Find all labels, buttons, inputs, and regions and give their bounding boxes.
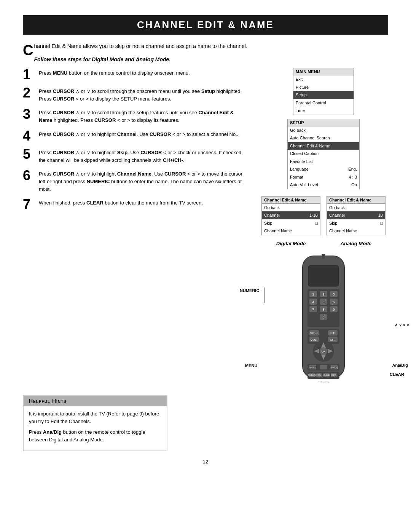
svg-text:VOL-: VOL- xyxy=(311,338,318,342)
follow-steps-heading: Follow these steps for Digital Mode and … xyxy=(23,56,388,62)
bottom-section: Helpful Hints It is important to auto in… xyxy=(23,387,388,452)
intro-paragraph: Channel Edit & Name allows you to skip o… xyxy=(23,42,388,50)
analog-go-back: Go back xyxy=(327,204,385,212)
digital-go-back: Go back xyxy=(262,204,320,212)
digital-mode-header: Channel Edit & Name xyxy=(262,197,320,204)
step-text-3: Press CURSOR ∧ or ∨ to scroll through th… xyxy=(39,107,247,124)
mode-labels: Digital Mode Analog Mode xyxy=(261,241,386,246)
analog-channel: Channel10 xyxy=(327,211,385,219)
digital-channel: Channel1-10 xyxy=(262,211,320,219)
step-text-6: Press CURSOR ∧ or ∨ to highlight Channel… xyxy=(39,169,247,193)
svg-text:4: 4 xyxy=(312,300,314,304)
step-text-7: When finished, press CLEAR button to cle… xyxy=(39,198,203,207)
main-menu-box: MAIN MENU Exit Picture Setup Parental Co… xyxy=(293,68,354,115)
step-text-1: Press MENU button on the remote control … xyxy=(39,68,190,77)
svg-rect-43 xyxy=(320,365,327,369)
digital-mode-box: Channel Edit & Name Go back Channel1-10 … xyxy=(261,196,320,235)
helpful-hints-title: Helpful Hints xyxy=(24,396,167,406)
step-text-2: Press CURSOR ∧ or ∨ to scroll through th… xyxy=(39,86,247,103)
step-number-3: 3 xyxy=(23,107,33,121)
digital-channel-name: Channel Name xyxy=(262,227,320,235)
svg-text:0: 0 xyxy=(322,315,324,319)
step-5: 5 Press CURSOR ∧ or ∨ to highlight Skip.… xyxy=(23,147,247,164)
setup-menu-header: SETUP xyxy=(288,119,359,126)
svg-text:CLEAR: CLEAR xyxy=(323,374,330,376)
svg-text:Ana/Dig: Ana/Dig xyxy=(330,366,338,369)
step-number-6: 6 xyxy=(23,169,33,182)
main-menu-time: Time xyxy=(293,107,354,115)
step-number-7: 7 xyxy=(23,198,33,211)
svg-text:CH+: CH+ xyxy=(330,331,336,335)
analog-mode-header: Channel Edit & Name xyxy=(327,197,385,204)
clear-label: CLEAR xyxy=(390,372,404,377)
step-3: 3 Press CURSOR ∧ or ∨ to scroll through … xyxy=(23,107,247,124)
svg-text:CH-: CH- xyxy=(330,338,336,342)
menu-label: MENU xyxy=(245,363,257,368)
setup-auto-channel-search: Auto Channel Search xyxy=(288,134,359,142)
setup-favorite-list: Favorite List xyxy=(288,158,359,166)
svg-text:MENU: MENU xyxy=(309,366,316,369)
svg-text:8: 8 xyxy=(322,308,324,312)
setup-auto-vol: Auto Vol. LevelOn xyxy=(288,181,359,189)
main-menu-parental: Parental Control xyxy=(293,99,354,107)
step-7: 7 When finished, press CLEAR button to c… xyxy=(23,198,247,211)
svg-text:FAV: FAV xyxy=(317,374,321,376)
helpful-hints-body: It is important to auto install the TV (… xyxy=(24,406,167,451)
step-6: 6 Press CURSOR ∧ or ∨ to highlight Chann… xyxy=(23,169,247,193)
setup-format: Format4 : 3 xyxy=(288,173,359,181)
ana-dig-label: Ana/Dig xyxy=(392,363,408,367)
numeric-line xyxy=(264,288,264,303)
remote-control-diagram: 1 2 3 4 5 6 7 8 9 0 xyxy=(259,254,388,383)
digital-skip: Skip□ xyxy=(262,219,320,227)
svg-text:6: 6 xyxy=(333,300,335,304)
svg-text:INFO: INFO xyxy=(331,374,336,376)
main-menu-header: MAIN MENU xyxy=(293,68,354,75)
svg-text:3: 3 xyxy=(333,292,335,296)
svg-text:GO BACK: GO BACK xyxy=(308,374,317,376)
svg-text:PHILIPS: PHILIPS xyxy=(317,380,330,383)
main-menu-exit: Exit xyxy=(293,75,354,83)
step-number-2: 2 xyxy=(23,86,33,100)
drop-cap: C xyxy=(23,43,33,58)
step-text-4: Press CURSOR ∧ or ∨ to highlight Channel… xyxy=(39,129,238,138)
setup-closed-caption: Closed Caption xyxy=(288,150,359,158)
step-number-5: 5 xyxy=(23,147,33,161)
svg-text:5: 5 xyxy=(322,300,324,304)
steps-column: 1 Press MENU button on the remote contro… xyxy=(23,68,247,383)
analog-skip: Skip□ xyxy=(327,219,385,227)
right-column: MAIN MENU Exit Picture Setup Parental Co… xyxy=(259,68,388,383)
channel-edit-pair: Channel Edit & Name Go back Channel1-10 … xyxy=(261,196,386,235)
setup-language: LanguageEng. xyxy=(288,165,359,173)
helpful-hints-title-text: Helpful Hints xyxy=(29,398,67,404)
main-content: 1 Press MENU button on the remote contro… xyxy=(23,68,388,383)
svg-rect-2 xyxy=(308,265,339,286)
step-number-4: 4 xyxy=(23,129,33,143)
analog-channel-name: Channel Name xyxy=(327,227,385,235)
digital-mode-label: Digital Mode xyxy=(261,241,320,246)
main-menu-picture: Picture xyxy=(293,83,354,91)
svg-text:7: 7 xyxy=(312,308,314,312)
svg-text:9: 9 xyxy=(333,308,335,312)
hint-2: Press Ana/Dig button on the remote contr… xyxy=(29,428,161,444)
hint-1: It is important to auto install the TV (… xyxy=(29,410,161,425)
svg-text:1: 1 xyxy=(312,292,314,296)
page-number: 12 xyxy=(23,459,388,465)
remote-svg: 1 2 3 4 5 6 7 8 9 0 xyxy=(282,254,365,383)
setup-channel-edit: Channel Edit & Name xyxy=(288,142,359,150)
svg-text:2: 2 xyxy=(322,292,324,296)
page-title: CHANNEL EDIT & NAME xyxy=(23,15,388,35)
setup-go-back: Go back xyxy=(288,126,359,134)
main-menu-setup: Setup xyxy=(293,91,354,99)
analog-mode-label: Analog Mode xyxy=(327,241,386,246)
svg-text:OK: OK xyxy=(322,350,325,353)
setup-menu-box: SETUP Go back Auto Channel Search Channe… xyxy=(287,119,360,189)
cursor-label: ∧ ∨ < > xyxy=(395,323,409,328)
step-2: 2 Press CURSOR ∧ or ∨ to scroll through … xyxy=(23,86,247,103)
svg-text:VOL+: VOL+ xyxy=(310,331,318,335)
step-number-1: 1 xyxy=(23,68,33,81)
step-text-5: Press CURSOR ∧ or ∨ to highlight Skip. U… xyxy=(39,147,247,164)
intro-text: hannel Edit & Name allows you to skip or… xyxy=(34,43,247,49)
step-1: 1 Press MENU button on the remote contro… xyxy=(23,68,247,81)
numeric-label: NUMERIC xyxy=(240,288,259,293)
step-4: 4 Press CURSOR ∧ or ∨ to highlight Chann… xyxy=(23,129,247,143)
